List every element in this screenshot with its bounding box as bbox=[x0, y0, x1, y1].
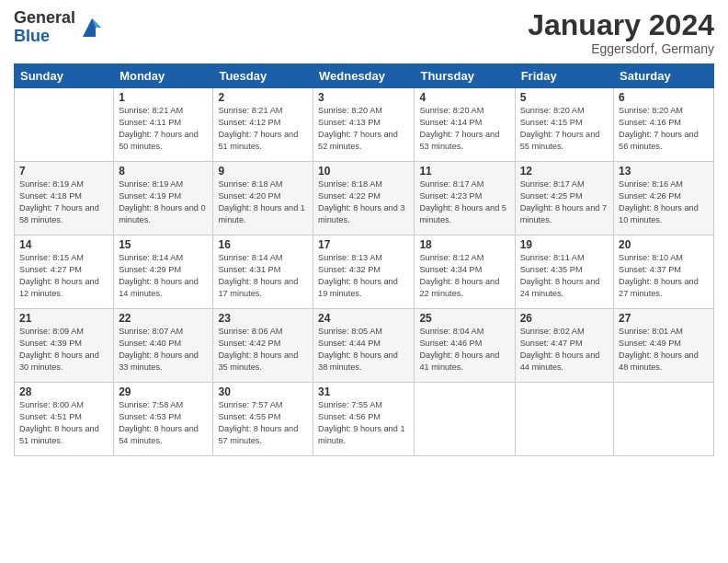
calendar-cell: 28Sunrise: 8:00 AMSunset: 4:51 PMDayligh… bbox=[15, 383, 114, 456]
month-title: January 2024 bbox=[528, 9, 714, 41]
calendar-week-row: 7Sunrise: 8:19 AMSunset: 4:18 PMDaylight… bbox=[15, 162, 714, 236]
day-number: 29 bbox=[119, 385, 208, 398]
calendar-cell: 22Sunrise: 8:07 AMSunset: 4:40 PMDayligh… bbox=[114, 309, 213, 383]
day-info: Sunrise: 8:20 AMSunset: 4:16 PMDaylight:… bbox=[619, 105, 709, 153]
day-info: Sunrise: 8:17 AMSunset: 4:25 PMDaylight:… bbox=[520, 178, 609, 226]
day-info: Sunrise: 8:00 AMSunset: 4:51 PMDaylight:… bbox=[19, 399, 108, 447]
logo-general-text: General bbox=[14, 9, 75, 28]
day-number: 10 bbox=[318, 165, 409, 178]
day-info: Sunrise: 8:13 AMSunset: 4:32 PMDaylight:… bbox=[318, 252, 409, 300]
day-info: Sunrise: 8:10 AMSunset: 4:37 PMDaylight:… bbox=[619, 252, 709, 300]
day-number: 7 bbox=[19, 165, 108, 178]
day-info: Sunrise: 8:17 AMSunset: 4:23 PMDaylight:… bbox=[419, 178, 509, 226]
day-number: 25 bbox=[419, 312, 509, 325]
day-info: Sunrise: 8:14 AMSunset: 4:31 PMDaylight:… bbox=[218, 252, 308, 300]
calendar-cell: 10Sunrise: 8:18 AMSunset: 4:22 PMDayligh… bbox=[313, 162, 415, 236]
calendar-day-header: Friday bbox=[515, 64, 613, 88]
calendar-cell: 8Sunrise: 8:19 AMSunset: 4:19 PMDaylight… bbox=[114, 162, 213, 236]
calendar-day-header: Tuesday bbox=[213, 64, 313, 88]
day-number: 15 bbox=[119, 238, 208, 251]
day-info: Sunrise: 8:18 AMSunset: 4:22 PMDaylight:… bbox=[318, 178, 409, 226]
day-info: Sunrise: 8:19 AMSunset: 4:19 PMDaylight:… bbox=[119, 178, 208, 226]
day-info: Sunrise: 8:19 AMSunset: 4:18 PMDaylight:… bbox=[19, 178, 108, 226]
calendar-week-row: 28Sunrise: 8:00 AMSunset: 4:51 PMDayligh… bbox=[15, 383, 714, 456]
calendar-cell: 1Sunrise: 8:21 AMSunset: 4:11 PMDaylight… bbox=[114, 88, 213, 162]
calendar-cell: 6Sunrise: 8:20 AMSunset: 4:16 PMDaylight… bbox=[614, 88, 714, 162]
calendar-cell: 26Sunrise: 8:02 AMSunset: 4:47 PMDayligh… bbox=[515, 309, 613, 383]
location: Eggersdorf, Germany bbox=[528, 41, 714, 56]
calendar-cell: 12Sunrise: 8:17 AMSunset: 4:25 PMDayligh… bbox=[515, 162, 613, 236]
calendar-day-header: Wednesday bbox=[313, 64, 415, 88]
day-info: Sunrise: 8:21 AMSunset: 4:12 PMDaylight:… bbox=[218, 105, 308, 153]
calendar-cell: 5Sunrise: 8:20 AMSunset: 4:15 PMDaylight… bbox=[515, 88, 613, 162]
day-number: 9 bbox=[218, 165, 308, 178]
calendar-cell: 24Sunrise: 8:05 AMSunset: 4:44 PMDayligh… bbox=[313, 309, 415, 383]
calendar-cell: 31Sunrise: 7:55 AMSunset: 4:56 PMDayligh… bbox=[313, 383, 415, 456]
calendar-week-row: 1Sunrise: 8:21 AMSunset: 4:11 PMDaylight… bbox=[15, 88, 714, 162]
day-number: 2 bbox=[218, 91, 308, 104]
calendar-cell: 16Sunrise: 8:14 AMSunset: 4:31 PMDayligh… bbox=[213, 236, 313, 309]
day-info: Sunrise: 8:16 AMSunset: 4:26 PMDaylight:… bbox=[619, 178, 709, 226]
calendar-cell: 25Sunrise: 8:04 AMSunset: 4:46 PMDayligh… bbox=[415, 309, 515, 383]
calendar-cell: 21Sunrise: 8:09 AMSunset: 4:39 PMDayligh… bbox=[15, 309, 114, 383]
day-number: 30 bbox=[218, 385, 308, 398]
day-number: 31 bbox=[318, 385, 409, 398]
day-number: 16 bbox=[218, 238, 308, 251]
calendar-cell bbox=[415, 383, 515, 456]
logo-blue-text: Blue bbox=[14, 28, 75, 46]
day-info: Sunrise: 8:20 AMSunset: 4:14 PMDaylight:… bbox=[419, 105, 509, 153]
day-info: Sunrise: 8:20 AMSunset: 4:13 PMDaylight:… bbox=[318, 105, 409, 153]
calendar-cell: 30Sunrise: 7:57 AMSunset: 4:55 PMDayligh… bbox=[213, 383, 313, 456]
day-info: Sunrise: 7:55 AMSunset: 4:56 PMDaylight:… bbox=[318, 399, 409, 447]
calendar-cell: 18Sunrise: 8:12 AMSunset: 4:34 PMDayligh… bbox=[415, 236, 515, 309]
day-info: Sunrise: 8:05 AMSunset: 4:44 PMDaylight:… bbox=[318, 326, 409, 373]
day-number: 17 bbox=[318, 238, 409, 251]
day-number: 20 bbox=[619, 238, 709, 251]
day-info: Sunrise: 8:14 AMSunset: 4:29 PMDaylight:… bbox=[119, 252, 208, 300]
day-number: 21 bbox=[19, 312, 108, 325]
day-number: 14 bbox=[19, 238, 108, 251]
calendar-cell: 9Sunrise: 8:18 AMSunset: 4:20 PMDaylight… bbox=[213, 162, 313, 236]
calendar-week-row: 21Sunrise: 8:09 AMSunset: 4:39 PMDayligh… bbox=[15, 309, 714, 383]
day-number: 11 bbox=[419, 165, 509, 178]
day-info: Sunrise: 7:57 AMSunset: 4:55 PMDaylight:… bbox=[218, 399, 308, 447]
day-number: 23 bbox=[218, 312, 308, 325]
day-number: 19 bbox=[520, 238, 609, 251]
day-info: Sunrise: 8:21 AMSunset: 4:11 PMDaylight:… bbox=[119, 105, 208, 153]
day-info: Sunrise: 8:07 AMSunset: 4:40 PMDaylight:… bbox=[119, 326, 208, 373]
calendar-cell: 17Sunrise: 8:13 AMSunset: 4:32 PMDayligh… bbox=[313, 236, 415, 309]
day-info: Sunrise: 8:01 AMSunset: 4:49 PMDaylight:… bbox=[619, 326, 709, 373]
calendar-cell: 27Sunrise: 8:01 AMSunset: 4:49 PMDayligh… bbox=[614, 309, 714, 383]
day-info: Sunrise: 8:15 AMSunset: 4:27 PMDaylight:… bbox=[19, 252, 108, 300]
calendar-day-header: Sunday bbox=[15, 64, 114, 88]
logo-icon bbox=[79, 15, 105, 40]
calendar-cell: 15Sunrise: 8:14 AMSunset: 4:29 PMDayligh… bbox=[114, 236, 213, 309]
title-block: January 2024 Eggersdorf, Germany bbox=[528, 9, 714, 56]
day-number: 13 bbox=[619, 165, 709, 178]
day-number: 8 bbox=[119, 165, 208, 178]
day-number: 12 bbox=[520, 165, 609, 178]
calendar-cell: 4Sunrise: 8:20 AMSunset: 4:14 PMDaylight… bbox=[415, 88, 515, 162]
day-number: 22 bbox=[119, 312, 208, 325]
calendar-cell: 7Sunrise: 8:19 AMSunset: 4:18 PMDaylight… bbox=[15, 162, 114, 236]
day-info: Sunrise: 8:02 AMSunset: 4:47 PMDaylight:… bbox=[520, 326, 609, 373]
day-number: 26 bbox=[520, 312, 609, 325]
day-number: 18 bbox=[419, 238, 509, 251]
day-info: Sunrise: 8:11 AMSunset: 4:35 PMDaylight:… bbox=[520, 252, 609, 300]
calendar-cell: 3Sunrise: 8:20 AMSunset: 4:13 PMDaylight… bbox=[313, 88, 415, 162]
calendar-cell: 2Sunrise: 8:21 AMSunset: 4:12 PMDaylight… bbox=[213, 88, 313, 162]
calendar-header-row: SundayMondayTuesdayWednesdayThursdayFrid… bbox=[15, 64, 714, 88]
day-info: Sunrise: 7:58 AMSunset: 4:53 PMDaylight:… bbox=[119, 399, 208, 447]
header: General Blue January 2024 Eggersdorf, Ge… bbox=[14, 9, 714, 56]
day-number: 24 bbox=[318, 312, 409, 325]
day-number: 1 bbox=[119, 91, 208, 104]
day-number: 3 bbox=[318, 91, 409, 104]
page: General Blue January 2024 Eggersdorf, Ge… bbox=[0, 0, 728, 563]
calendar: SundayMondayTuesdayWednesdayThursdayFrid… bbox=[14, 63, 714, 456]
calendar-cell bbox=[515, 383, 613, 456]
day-number: 28 bbox=[19, 385, 108, 398]
calendar-cell: 19Sunrise: 8:11 AMSunset: 4:35 PMDayligh… bbox=[515, 236, 613, 309]
day-number: 4 bbox=[419, 91, 509, 104]
day-number: 6 bbox=[619, 91, 709, 104]
day-info: Sunrise: 8:12 AMSunset: 4:34 PMDaylight:… bbox=[419, 252, 509, 300]
